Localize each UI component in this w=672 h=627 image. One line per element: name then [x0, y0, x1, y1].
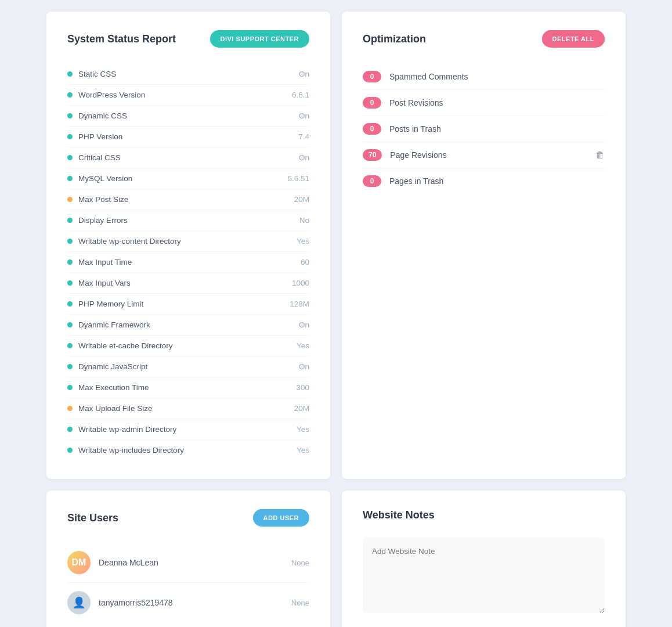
system-status-title: System Status Report [67, 33, 176, 45]
status-dot [67, 218, 73, 223]
optimization-item-label: Spammed Comments [389, 72, 605, 81]
status-value: 20M [294, 404, 309, 413]
status-dot [67, 92, 73, 98]
status-value: 128M [290, 300, 309, 308]
optimization-title: Optimization [363, 33, 426, 45]
optimization-item-label: Post Revisions [389, 98, 605, 107]
status-row: Critical CSS On [67, 147, 309, 168]
status-value: On [299, 362, 309, 371]
status-dot [67, 155, 73, 160]
status-row: Max Input Time 60 [67, 252, 309, 273]
optimization-badge: 0 [363, 175, 381, 187]
status-value: 5.6.51 [287, 174, 309, 183]
status-dot [67, 427, 73, 432]
status-row: Dynamic JavaScript On [67, 356, 309, 377]
system-status-list: Static CSS On WordPress Version 6.6.1 Dy… [67, 64, 309, 460]
avatar: DM [67, 551, 91, 574]
optimization-card: Optimization DELETE ALL 0 Spammed Commen… [342, 12, 626, 479]
optimization-row: 70 Page Revisions 🗑 [363, 142, 605, 168]
status-dot [67, 113, 73, 118]
status-row: Dynamic CSS On [67, 106, 309, 127]
status-label: Static CSS [67, 70, 116, 78]
user-name: Deanna McLean [99, 558, 283, 567]
site-users-title: Site Users [67, 512, 118, 524]
optimization-badge: 0 [363, 123, 381, 135]
status-row: Max Execution Time 300 [67, 377, 309, 398]
optimization-row: 0 Pages in Trash [363, 168, 605, 194]
site-users-header: Site Users ADD USER [67, 509, 309, 527]
optimization-row: 0 Spammed Comments [363, 64, 605, 90]
status-row: MySQL Version 5.6.51 [67, 168, 309, 189]
status-value: No [299, 216, 309, 225]
status-value: On [299, 70, 309, 78]
status-dot [67, 364, 73, 369]
status-label: Max Input Time [67, 258, 132, 266]
users-list: DM Deanna McLean None 👤 tanyamorris52194… [67, 543, 309, 622]
delete-all-button[interactable]: DELETE ALL [542, 30, 605, 48]
status-row: Writable wp-content Directory Yes [67, 231, 309, 252]
status-label: Dynamic JavaScript [67, 362, 147, 371]
status-row: PHP Version 7.4 [67, 127, 309, 147]
status-value: 7.4 [298, 132, 309, 141]
status-row: Static CSS On [67, 64, 309, 85]
status-label: Max Input Vars [67, 279, 131, 287]
status-row: Writable wp-includes Directory Yes [67, 440, 309, 460]
optimization-badge: 70 [363, 149, 382, 161]
optimization-item-label: Page Revisions [390, 150, 587, 160]
system-status-header: System Status Report DIVI SUPPORT CENTER [67, 30, 309, 48]
status-dot [67, 385, 73, 390]
status-value: 20M [294, 195, 309, 204]
user-row: 👤 tanyamorris5219478 None [67, 583, 309, 622]
status-label: Writable wp-content Directory [67, 237, 181, 246]
status-value: On [299, 153, 309, 162]
optimization-row: 0 Posts in Trash [363, 116, 605, 142]
status-label: Max Execution Time [67, 383, 149, 392]
optimization-item-label: Posts in Trash [389, 124, 605, 134]
website-notes-card: Website Notes [342, 491, 626, 627]
user-role: None [291, 558, 309, 567]
status-value: On [299, 111, 309, 120]
site-users-card: Site Users ADD USER DM Deanna McLean Non… [46, 491, 330, 627]
status-label: Max Upload File Size [67, 404, 153, 413]
trash-icon[interactable]: 🗑 [595, 150, 605, 160]
user-row: DM Deanna McLean None [67, 543, 309, 583]
user-name: tanyamorris5219478 [99, 598, 283, 607]
status-dot [67, 406, 73, 411]
status-value: Yes [297, 341, 309, 350]
status-label: PHP Memory Limit [67, 300, 143, 308]
status-label: Writable et-cache Directory [67, 341, 173, 350]
website-notes-input[interactable] [363, 538, 605, 613]
status-value: On [299, 320, 309, 329]
status-label: Writable wp-includes Directory [67, 446, 184, 455]
divi-support-center-button[interactable]: DIVI SUPPORT CENTER [210, 30, 309, 48]
status-row: Dyanmic Framework On [67, 315, 309, 336]
avatar-placeholder: 👤 [67, 591, 91, 614]
optimization-badge: 0 [363, 71, 381, 82]
status-row: Writable wp-admin Directory Yes [67, 419, 309, 440]
status-dot [67, 260, 73, 265]
status-label: Display Errors [67, 216, 128, 225]
status-dot [67, 343, 73, 348]
status-row: Display Errors No [67, 210, 309, 231]
status-label: Dyanmic Framework [67, 320, 150, 329]
user-role: None [291, 599, 309, 607]
system-status-card: System Status Report DIVI SUPPORT CENTER… [46, 12, 330, 479]
status-value: 1000 [292, 279, 309, 287]
status-dot [67, 134, 73, 139]
status-label: MySQL Version [67, 174, 132, 183]
status-dot [67, 239, 73, 244]
website-notes-title: Website Notes [363, 509, 435, 521]
status-label: Dynamic CSS [67, 111, 127, 120]
website-notes-header: Website Notes [363, 509, 605, 521]
status-value: Yes [297, 446, 309, 455]
status-value: 6.6.1 [292, 91, 309, 99]
status-dot [67, 301, 73, 307]
add-user-button[interactable]: ADD USER [253, 509, 309, 527]
status-dot [67, 197, 73, 202]
status-value: Yes [297, 237, 309, 246]
status-label: Critical CSS [67, 153, 121, 162]
status-dot [67, 71, 73, 77]
status-label: Writable wp-admin Directory [67, 425, 176, 434]
optimization-header: Optimization DELETE ALL [363, 30, 605, 48]
status-dot [67, 280, 73, 286]
